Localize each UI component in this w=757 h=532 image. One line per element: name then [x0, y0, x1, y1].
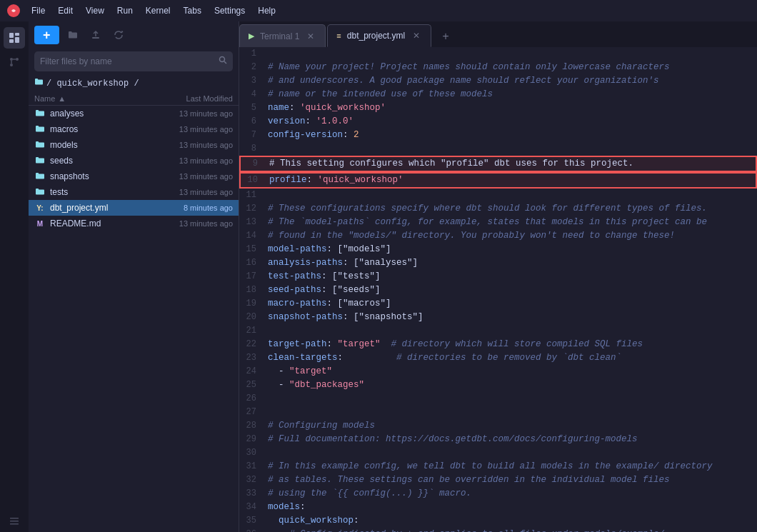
list-item[interactable]: M README.md 13 minutes ago — [29, 216, 239, 231]
list-item[interactable]: Y: dbt_project.yml 8 minutes ago — [29, 200, 239, 216]
menu-kernel[interactable]: Kernel — [140, 4, 176, 17]
list-item[interactable]: analyses 13 minutes ago — [29, 106, 239, 121]
table-row: 30 — [239, 446, 757, 460]
table-row: 29# Full documentation: https://docs.get… — [239, 433, 757, 446]
sidebar-icon-files[interactable] — [4, 27, 25, 49]
new-file-button[interactable]: + — [34, 26, 59, 44]
line-number: 22 — [239, 338, 265, 351]
list-item[interactable]: seeds 13 minutes ago — [29, 153, 239, 169]
line-number: 3 — [239, 74, 265, 88]
line-number: 35 — [239, 514, 265, 528]
line-number: 18 — [239, 283, 265, 297]
folder-icon — [34, 186, 46, 198]
table-row: 16analysis-paths: ["analyses"] — [239, 256, 757, 270]
md-icon: M — [34, 218, 46, 229]
line-number: 25 — [239, 378, 265, 392]
open-folder-button[interactable] — [64, 26, 82, 44]
tab-yaml-close[interactable]: ✕ — [411, 30, 422, 41]
table-row: 5name: 'quick_workshop' — [239, 101, 757, 115]
line-content: - "target" — [265, 365, 757, 378]
table-row: 6version: '1.0.0' — [239, 115, 757, 129]
line-content: analysis-paths: ["analyses"] — [265, 256, 757, 270]
file-modified: 13 minutes ago — [154, 125, 233, 134]
svg-rect-2 — [15, 33, 19, 36]
menu-settings[interactable]: Settings — [209, 4, 251, 17]
list-item[interactable]: snapshots 13 minutes ago — [29, 169, 239, 184]
line-number: 7 — [239, 129, 265, 142]
table-row: 25 - "dbt_packages" — [239, 378, 757, 392]
line-content: seed-paths: ["seeds"] — [265, 283, 757, 297]
list-item[interactable]: tests 13 minutes ago — [29, 184, 239, 200]
menu-run[interactable]: Run — [111, 4, 139, 17]
search-icon — [219, 56, 227, 67]
svg-rect-1 — [9, 33, 14, 38]
refresh-button[interactable] — [109, 26, 128, 44]
table-row: 11 — [239, 189, 757, 202]
menu-tabs[interactable]: Tabs — [178, 4, 207, 17]
menu-bar: File Edit View Run Kernel Tabs Settings … — [26, 4, 750, 17]
sort-icon: ▲ — [58, 94, 66, 103]
col-header-modified[interactable]: Last Modified — [154, 94, 233, 103]
line-content: model-paths: ["models"] — [265, 243, 757, 256]
col-header-name[interactable]: Name ▲ — [34, 94, 154, 103]
line-content — [265, 406, 757, 419]
line-number: 24 — [239, 365, 265, 378]
table-row: 12# These configurations specify where d… — [239, 202, 757, 216]
editor-area: ▶ Terminal 1 ✕ ≡ dbt_project.yml ✕ + 12#… — [239, 21, 757, 532]
list-item[interactable]: macros 13 minutes ago — [29, 121, 239, 137]
line-content: # found in the "models/" directory. You … — [265, 229, 757, 243]
line-number: 26 — [239, 392, 265, 406]
tab-yaml[interactable]: ≡ dbt_project.yml ✕ — [327, 24, 431, 47]
tab-add-button[interactable]: + — [436, 27, 456, 47]
file-name: models — [50, 140, 154, 150]
table-row: 32# as tables. These settings can be ove… — [239, 473, 757, 487]
folder-icon — [34, 108, 46, 119]
menu-file[interactable]: File — [26, 4, 51, 17]
file-toolbar: + — [29, 21, 239, 49]
file-name: macros — [50, 124, 154, 134]
table-row: 21 — [239, 324, 757, 338]
line-content: # This setting configures which "profile… — [266, 157, 756, 171]
tab-terminal-close[interactable]: ✕ — [305, 31, 316, 42]
code-editor[interactable]: 12# Name your project! Project names sho… — [239, 47, 757, 532]
app-logo — [7, 4, 20, 17]
line-content: clean-targets: # directories to be remov… — [265, 351, 757, 365]
sidebar-icon-git[interactable] — [4, 51, 25, 73]
folder-icon — [34, 155, 46, 166]
folder-icon — [34, 139, 46, 151]
file-name: tests — [50, 187, 154, 197]
menu-help[interactable]: Help — [252, 4, 281, 17]
table-row: 26 — [239, 392, 757, 406]
svg-line-15 — [224, 61, 226, 64]
menu-edit[interactable]: Edit — [52, 4, 79, 17]
tab-terminal[interactable]: ▶ Terminal 1 ✕ — [239, 24, 326, 47]
list-item[interactable]: models 13 minutes ago — [29, 137, 239, 153]
line-number: 6 — [239, 115, 265, 129]
svg-point-6 — [16, 58, 19, 61]
table-row: 10profile: 'quick_workshop' — [239, 172, 757, 189]
sidebar-icon-list[interactable] — [4, 511, 25, 532]
menu-view[interactable]: View — [80, 4, 110, 17]
line-number: 36 — [239, 528, 265, 532]
line-content: - "dbt_packages" — [265, 378, 757, 392]
line-content: # In this example config, we tell dbt to… — [265, 460, 757, 473]
line-content: target-path: "target" # directory which … — [265, 338, 757, 351]
table-row: 20snapshot-paths: ["snapshots"] — [239, 311, 757, 324]
line-content: # These configurations specify where dbt… — [265, 202, 757, 216]
folder-icon — [34, 171, 46, 182]
table-row: 3# and underscores. A good package name … — [239, 74, 757, 88]
table-row: 34models: — [239, 501, 757, 514]
line-content: name: 'quick_workshop' — [265, 101, 757, 115]
line-number: 15 — [239, 243, 265, 256]
table-row: 13# The `model-paths` config, for exampl… — [239, 216, 757, 229]
line-number: 14 — [239, 229, 265, 243]
upload-button[interactable] — [86, 26, 105, 44]
line-number: 4 — [239, 88, 265, 101]
line-content — [265, 392, 757, 406]
line-number: 13 — [239, 216, 265, 229]
icon-sidebar — [0, 21, 29, 532]
line-number: 20 — [239, 311, 265, 324]
line-content: # and underscores. A good package name s… — [265, 74, 757, 88]
search-input[interactable] — [40, 56, 219, 66]
file-panel: + — [29, 21, 239, 532]
